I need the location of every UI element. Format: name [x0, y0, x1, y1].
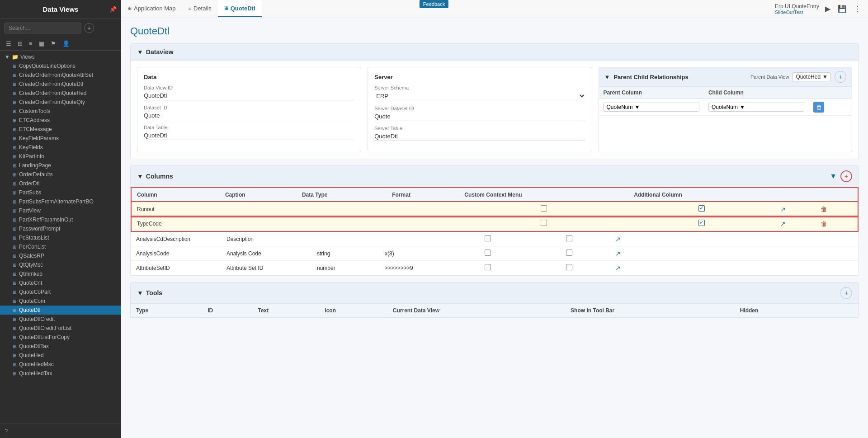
sidebar-item-label: PartSubs [19, 189, 41, 196]
tree-group-views[interactable]: ▼ 📁 Views [0, 52, 121, 61]
sidebar-item[interactable]: ⊞QuoteDtl [0, 306, 121, 315]
sidebar-item[interactable]: ⊞PerConList [0, 242, 121, 251]
grid-icon[interactable]: ⊞ [16, 39, 24, 48]
chevron-down-icon: ▼ [5, 54, 10, 60]
list-icon[interactable]: ≡ [28, 39, 34, 48]
delete-icon-typecode[interactable]: 🗑 [821, 220, 827, 227]
tab-details[interactable]: ≡ Details [182, 0, 218, 17]
server-schema-select[interactable]: ERP [374, 92, 585, 100]
checkbox-unchecked-attributesetid-additional[interactable] [566, 264, 572, 270]
sidebar-item[interactable]: ⊞PasswordPrompt [0, 224, 121, 233]
sidebar-item[interactable]: ⊞CopyQuoteLineOptions [0, 61, 121, 71]
col-caption-attributesetid: Attribute Set ID [221, 261, 311, 275]
checkbox-unchecked-analysiscd-additional[interactable] [566, 235, 572, 241]
columns-filter-button[interactable]: ▼ [829, 171, 838, 181]
checkbox-unchecked-typecode-ccm[interactable] [541, 220, 547, 226]
more-options-button[interactable]: ⋮ [853, 3, 863, 14]
sidebar-item[interactable]: ⊞PartSubsFromAlternatePartBO [0, 197, 121, 206]
pcr-add-button[interactable]: + [835, 71, 846, 83]
sidebar-item[interactable]: ⊞KitPartInfo [0, 152, 121, 161]
slide-out-link[interactable]: SlideOutTest [775, 9, 819, 15]
sidebar-item[interactable]: ⊞KeyFields [0, 143, 121, 152]
dataset-id-value[interactable]: Quote [144, 111, 354, 120]
sidebar-item[interactable]: ⊞QuoteDtlListForCopy [0, 333, 121, 342]
help-icon[interactable]: ? [5, 428, 8, 434]
add-view-button[interactable]: + [84, 23, 94, 33]
col-format-runout [387, 202, 459, 217]
sidebar-item[interactable]: ⊞KeyFieldParams [0, 134, 121, 143]
pin-icon[interactable]: 📌 [109, 6, 117, 13]
sidebar-item[interactable]: ⊞OrderDtl [0, 179, 121, 188]
sidebar-item[interactable]: ⊞QuoteHedMsc [0, 360, 121, 369]
save-button[interactable]: 💾 [836, 3, 848, 14]
checkbox-unchecked-runout-ccm[interactable] [541, 205, 547, 212]
person-icon[interactable]: 👤 [61, 39, 71, 48]
server-dataset-id-value[interactable]: Quote [374, 112, 585, 121]
pcr-delete-button[interactable]: 🗑 [813, 102, 824, 113]
checkbox-unchecked-analysiscode-ccm[interactable] [485, 250, 491, 256]
columns-add-button[interactable]: + [840, 170, 852, 182]
sidebar-item[interactable]: ⊞PcStatusList [0, 233, 121, 242]
tools-table: Type ID Text Icon Current Data View Show… [131, 304, 859, 318]
search-input[interactable] [5, 23, 81, 33]
sidebar-item[interactable]: ⊞LandingPage [0, 161, 121, 170]
tab-quotedtl[interactable]: ⊞ QuoteDtl [218, 0, 262, 17]
checkbox-checked-typecode-additional[interactable] [698, 220, 705, 226]
pcr-child-value: QuoteNum [712, 104, 738, 110]
edit-icon-attributesetid[interactable]: ↗ [615, 264, 621, 272]
sidebar-item[interactable]: ⊞ETCMessage [0, 125, 121, 134]
sidebar-item[interactable]: ⊞QuoteDtlCredit [0, 315, 121, 324]
sidebar-item[interactable]: ⊞PartSubs [0, 188, 121, 197]
sidebar-item[interactable]: ⊞OrderDefaults [0, 170, 121, 179]
checkbox-checked-runout-additional[interactable] [698, 205, 705, 212]
sidebar-item[interactable]: ⊞QuoteHed [0, 351, 121, 360]
sidebar-item[interactable]: ⊞ETCAddress [0, 116, 121, 125]
col-column-attributesetid: AttributeSetID [131, 261, 221, 275]
grid-item-icon: ⊞ [13, 82, 16, 87]
server-table-value[interactable]: QuoteDtl [374, 132, 585, 141]
grid-item-icon: ⊞ [13, 199, 16, 204]
sidebar-item[interactable]: ⊞CreateOrderFromQuoteAttrSet [0, 71, 121, 80]
tools-add-button[interactable]: + [840, 287, 852, 299]
edit-icon-typecode[interactable]: ↗ [780, 220, 786, 227]
sidebar-item[interactable]: ⊞QuoteHedTax [0, 369, 121, 378]
sidebar-item[interactable]: ⊞PartView [0, 206, 121, 215]
sidebar-item[interactable]: ⊞CreateOrderFromQuoteQty [0, 98, 121, 107]
menu-icon[interactable]: ☰ [5, 39, 13, 48]
sidebar-item[interactable]: ⊞QuoteCnt [0, 278, 121, 287]
edit-icon-runout[interactable]: ↗ [780, 206, 786, 213]
checkbox-unchecked-analysiscode-additional[interactable] [566, 250, 572, 256]
pcr-child-select[interactable]: QuoteNum ▼ [708, 103, 804, 112]
tab-application-map[interactable]: ⊞ Application Map [121, 0, 182, 17]
edit-icon-analysiscd[interactable]: ↗ [615, 235, 621, 243]
col-column-typecode: TypeCode [132, 217, 220, 231]
flag-icon[interactable]: ⚑ [49, 39, 57, 48]
content-area: QuoteDtl ▼ Dataview Data Data View ID Qu… [121, 18, 868, 438]
sidebar-item[interactable]: ⊞CustomTools [0, 107, 121, 116]
sidebar-item[interactable]: ⊞QuoteCom [0, 297, 121, 306]
feedback-button[interactable]: Feedback [420, 0, 448, 8]
sidebar-item[interactable]: ⊞PartXRefParamsInOut [0, 215, 121, 224]
pcr-parent-select[interactable]: QuoteNum ▼ [604, 103, 699, 112]
pcr-parent-chevron: ▼ [635, 104, 640, 110]
table-icon[interactable]: ▦ [38, 39, 46, 48]
pcr-parent-value: QuoteNum [607, 104, 633, 110]
sidebar-item[interactable]: ⊞CreateOrderFromQuoteDtl [0, 80, 121, 89]
sidebar-item[interactable]: ⊞QSalesRP [0, 251, 121, 260]
play-button[interactable]: ▶ [824, 3, 832, 14]
pcr-parent-view-dropdown[interactable]: QuoteHed ▼ [793, 72, 831, 81]
sidebar-item[interactable]: ⊞QuoteCoPart [0, 287, 121, 297]
checkbox-unchecked-analysiscd-ccm[interactable] [485, 235, 491, 241]
sidebar-item[interactable]: ⊞QtQtyMsc [0, 260, 121, 269]
data-view-id-value[interactable]: QuoteDtl [144, 91, 354, 100]
data-table-value[interactable]: QuoteDtl [144, 131, 354, 140]
sidebar-item[interactable]: ⊞QuoteDtlTax [0, 342, 121, 351]
sidebar-item[interactable]: ⊞CreateOrderFromQuoteHed [0, 89, 121, 98]
edit-icon-analysiscode[interactable]: ↗ [615, 250, 621, 257]
delete-icon-runout[interactable]: 🗑 [821, 206, 827, 213]
sidebar-item[interactable]: ⊞Qtmmkup [0, 269, 121, 278]
checkbox-unchecked-attributesetid-ccm[interactable] [485, 264, 491, 270]
sidebar-item[interactable]: ⊞QuoteDtlCreditForList [0, 324, 121, 333]
col-ccm-analysiscode [447, 246, 528, 261]
pcr-chevron-icon: ▼ [604, 74, 610, 80]
